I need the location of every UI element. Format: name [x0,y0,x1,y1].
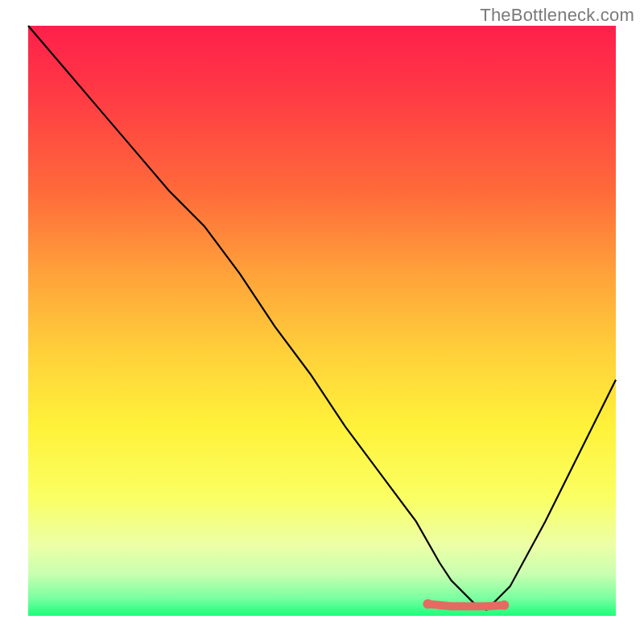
marker-dot [436,601,444,609]
chart-container: TheBottleneck.com [0,0,644,644]
marker-dot [423,599,432,609]
marker-dot [471,602,479,610]
marker-dot [499,601,509,610]
plot-background [28,26,616,616]
marker-dot [482,602,490,610]
watermark-text: TheBottleneck.com [480,5,634,26]
marker-dot [459,602,467,610]
bottleneck-chart [0,0,644,644]
